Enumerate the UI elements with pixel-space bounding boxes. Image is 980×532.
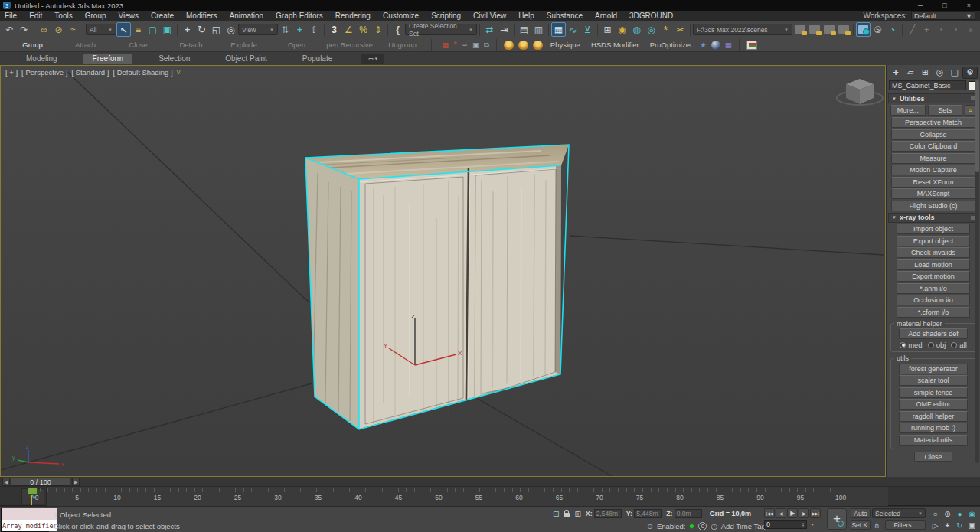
current-frame-field[interactable]: 0 ▲▼: [764, 520, 807, 529]
swirl-icon[interactable]: ∽: [462, 41, 468, 49]
menu-item[interactable]: Views: [119, 11, 139, 20]
dope-sheet-icon[interactable]: ⊻: [580, 22, 595, 37]
project-folder-dropdown[interactable]: F:\3ds Max 2022\scenes▼: [693, 24, 792, 35]
align-icon[interactable]: ⇥: [497, 22, 511, 37]
utilities-config-icon[interactable]: ≡: [965, 105, 976, 116]
menu-item[interactable]: Modifiers: [186, 11, 217, 20]
xray-tools-rollout-header[interactable]: ▼x-ray tools: [888, 213, 978, 223]
perspective-viewport[interactable]: [ + ] [ Perspective ] [ Standard ] [ Def…: [0, 65, 886, 477]
link-asset-icon[interactable]: [836, 22, 851, 37]
named-sets-icon[interactable]: {: [390, 22, 405, 37]
ribbon-overflow-button[interactable]: ▭▾: [361, 54, 384, 64]
autosave-count-icon[interactable]: ⑤: [871, 22, 885, 37]
box-tool-icon[interactable]: ▣: [472, 41, 479, 49]
key-mode-toggle-icon[interactable]: ◔: [809, 521, 814, 529]
maximize-viewport-icon[interactable]: ▣: [966, 520, 978, 530]
autosave-icon[interactable]: [856, 22, 871, 37]
time-slider-handle[interactable]: 0 / 100: [11, 478, 70, 486]
group-tool-label[interactable]: Close: [112, 41, 165, 49]
box-tool-icon[interactable]: ⧉: [484, 41, 489, 50]
snap-toggle-icon[interactable]: 3: [327, 22, 341, 37]
select-place-icon[interactable]: ◎: [224, 22, 238, 37]
zoom-icon[interactable]: ○: [929, 508, 941, 519]
menu-item[interactable]: 3DGROUND: [629, 11, 673, 20]
time-slider-track[interactable]: ◀ 0 / 100 ▶: [0, 477, 980, 487]
spinner-snap-icon[interactable]: ⇕: [371, 22, 385, 37]
listener-macro-row[interactable]: [2, 508, 57, 520]
set-key-button[interactable]: Set K.: [851, 520, 871, 530]
menu-item[interactable]: Group: [85, 11, 106, 20]
auto-key-button[interactable]: Auto: [851, 508, 871, 518]
slate-material-icon[interactable]: ⊞: [600, 22, 615, 37]
paw-icon[interactable]: ⋔: [874, 521, 880, 530]
viewport-general-menu[interactable]: [ + ]: [5, 68, 18, 77]
texture-tool-icon[interactable]: [746, 41, 757, 50]
add-time-tag[interactable]: Add Time Tag: [721, 522, 766, 530]
physique-label[interactable]: Physique: [550, 41, 580, 49]
set-keys-button[interactable]: +: [827, 508, 847, 530]
hierarchy-tab-icon[interactable]: ⊞: [918, 67, 932, 79]
star-wand-icon[interactable]: ★: [700, 41, 707, 49]
menu-item[interactable]: Help: [518, 11, 534, 20]
radio-option[interactable]: med: [900, 341, 922, 349]
selection-lock-icon[interactable]: [564, 513, 570, 517]
object-name-field[interactable]: MS_Cabinet_Basic: [889, 80, 966, 90]
angle-snap-icon[interactable]: ∠: [341, 22, 356, 37]
cabinet-object[interactable]: [305, 145, 569, 429]
sphere-material-icon[interactable]: [711, 41, 720, 50]
creature-tool-icon[interactable]: [504, 41, 514, 50]
rect-selection-region-icon[interactable]: ▢: [145, 22, 160, 37]
utility-button[interactable]: Color Clipboard: [891, 141, 975, 152]
utilities-rollout-header[interactable]: ▼Utilities: [888, 93, 978, 103]
ribbon-tab[interactable]: Object Paint: [216, 54, 276, 64]
pan-icon[interactable]: +: [942, 520, 953, 530]
group-tool-label[interactable]: Explode: [217, 41, 270, 49]
mirror-icon[interactable]: ⇄: [482, 22, 497, 37]
radio-option[interactable]: all: [951, 341, 967, 349]
sets-button[interactable]: Sets: [928, 105, 963, 116]
creature-tool-icon[interactable]: [533, 41, 543, 50]
next-frame-button[interactable]: |▶: [799, 508, 809, 518]
material-editor-icon[interactable]: ◉: [615, 22, 629, 37]
xray-tool-button[interactable]: Occlusion i/o: [897, 295, 970, 305]
time-tag-clock-icon[interactable]: ◷: [710, 522, 717, 530]
xray-tool-button[interactable]: Check invalids: [897, 247, 970, 258]
select-rotate-icon[interactable]: ↻: [194, 22, 209, 37]
view-cube[interactable]: [837, 79, 883, 105]
keyboard-override-icon[interactable]: ⇧: [307, 22, 322, 37]
utils-button[interactable]: running mob :): [899, 423, 968, 433]
zoom-all-icon[interactable]: ⊕: [942, 508, 953, 519]
radio-option[interactable]: obj: [928, 341, 946, 349]
workspace-dropdown[interactable]: Default▼: [911, 11, 975, 20]
group-tool-label[interactable]: pen Recursive: [323, 41, 376, 49]
red-grid-icon[interactable]: ▦: [442, 41, 449, 49]
enabled-count-badge[interactable]: 0: [698, 522, 707, 530]
utils-button[interactable]: simple fence: [899, 387, 968, 398]
field-of-view-icon[interactable]: ▷: [929, 520, 941, 530]
select-manipulate-icon[interactable]: +: [292, 22, 307, 37]
save-asset-icon[interactable]: [822, 22, 836, 37]
pivot-center-icon[interactable]: ⇅: [278, 22, 292, 37]
rendered-frame-icon[interactable]: ◎: [644, 22, 658, 37]
utils-button[interactable]: scaler tool: [899, 375, 968, 386]
select-scale-icon[interactable]: ◱: [209, 22, 224, 37]
curve-editor-icon[interactable]: ∿: [566, 22, 580, 37]
isolate-selection-icon[interactable]: ⊡: [553, 510, 559, 518]
utility-button[interactable]: Collapse: [891, 129, 975, 140]
prev-frame-arrow[interactable]: ◀: [2, 478, 10, 486]
utilities-tab-icon[interactable]: ⚙: [962, 67, 978, 79]
window-crossing-icon[interactable]: ▣: [160, 22, 175, 37]
utility-button[interactable]: Measure: [891, 153, 975, 164]
selection-filter-dropdown[interactable]: All▼: [86, 24, 116, 35]
xray-tool-button[interactable]: Import object: [897, 224, 970, 234]
maximize-button[interactable]: □: [942, 2, 946, 9]
utils-button[interactable]: ragdoll helper: [899, 411, 968, 422]
absolute-mode-icon[interactable]: ⊞: [574, 510, 580, 518]
viewport-canvas[interactable]: Z Y X z y x: [1, 66, 885, 476]
utility-button[interactable]: Motion Capture: [891, 165, 975, 175]
close-button[interactable]: ×: [967, 2, 971, 9]
group-tool-label[interactable]: Ungroup: [376, 41, 429, 49]
select-move-icon[interactable]: +: [180, 22, 194, 37]
utils-button[interactable]: forest generator: [899, 364, 968, 374]
go-to-end-button[interactable]: ▶▶|: [810, 508, 821, 518]
